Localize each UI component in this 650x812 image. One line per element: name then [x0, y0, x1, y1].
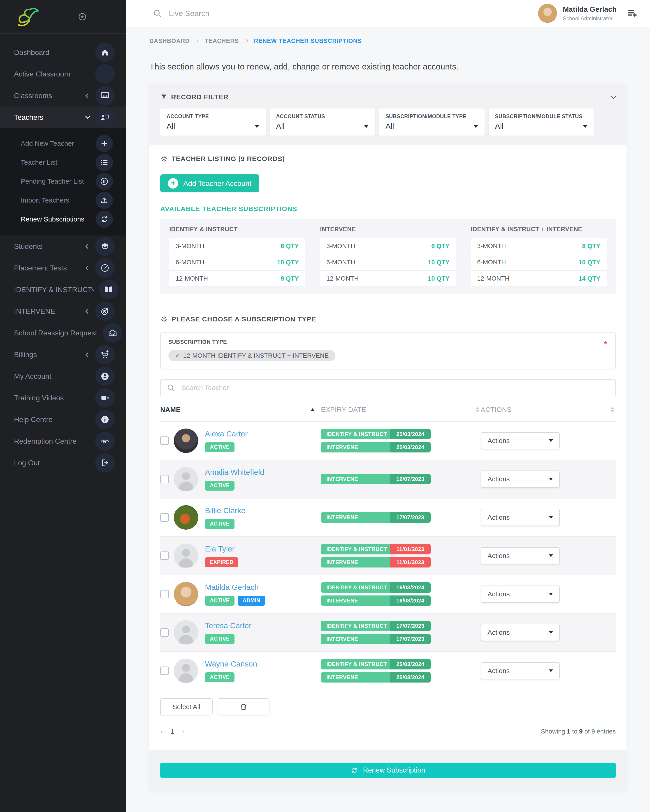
row-checkbox[interactable] — [160, 551, 169, 560]
sidebar-item-import-teachers[interactable]: Import Teachers — [0, 191, 126, 210]
sidebar-item-teachers[interactable]: Teachers — [0, 107, 126, 128]
filter-account-status-select[interactable]: ACCOUNT STATUS All — [270, 108, 375, 136]
column-header-expiry[interactable]: EXPIRY DATE — [321, 406, 366, 414]
sidebar-item-students[interactable]: Students — [0, 235, 126, 257]
row-actions-dropdown[interactable]: Actions — [481, 624, 560, 641]
renew-subscription-button[interactable]: Renew Subscription — [160, 763, 616, 778]
renew-arrows-icon — [96, 211, 113, 228]
graduation-cap-icon — [95, 237, 115, 256]
teacher-search-input[interactable] — [182, 384, 609, 392]
expiry-badge: IDENTIFY & INSTRUCT25/03/2024 — [321, 659, 431, 670]
expiry-badge: IDENTIFY & INSTRUCT25/03/2024 — [321, 429, 431, 440]
user-menu[interactable]: Matilda Gerlach School Administrator — [538, 4, 616, 23]
row-checkbox[interactable] — [160, 475, 169, 483]
teacher-name-link[interactable]: Billie Clarke — [205, 506, 246, 515]
sidebar-item-label: Redemption Centre — [14, 437, 89, 446]
column-header-name[interactable]: NAME — [160, 406, 180, 414]
available-subscriptions-panel: IDENTIFY & INSTRUCT 3-MONTH8 QTY 6-MONTH… — [160, 218, 616, 294]
collapse-chevron-icon[interactable] — [610, 93, 616, 99]
subscription-qty-row: 3-MONTH6 QTY — [320, 238, 456, 255]
breadcrumb-teachers[interactable]: TEACHERS — [205, 37, 239, 44]
prev-page-arrow[interactable]: ‹ — [160, 727, 163, 736]
sidebar-item-active-classroom[interactable]: Active Classroom — [0, 63, 126, 85]
teachers-submenu: Add New Teacher Teacher List Pending Tea… — [0, 128, 126, 235]
sidebar-item-redemption-centre[interactable]: Redemption Centre — [0, 430, 126, 452]
sidebar-item-teacher-list[interactable]: Teacher List — [0, 153, 126, 172]
sidebar-item-label: School Reassign Request — [14, 329, 97, 337]
avatar-placeholder — [174, 467, 198, 491]
sidebar-item-training-videos[interactable]: Training Videos — [0, 387, 126, 409]
sidebar-item-billings[interactable]: Billings — [0, 344, 126, 365]
select-all-button[interactable]: Select All — [160, 698, 213, 716]
page-number[interactable]: 1 — [170, 728, 174, 735]
sort-asc-icon — [310, 408, 315, 411]
add-teacher-account-button[interactable]: + Add Teacher Account — [160, 174, 259, 192]
table-row: Alexa Carter ACTIVE IDENTIFY & INSTRUCT2… — [160, 421, 616, 460]
subscription-qty-row: 12-MONTH14 QTY — [471, 271, 607, 287]
row-actions-dropdown[interactable]: Actions — [481, 470, 560, 488]
sidebar-item-label: Log Out — [14, 459, 89, 467]
delete-selected-button[interactable] — [217, 698, 269, 716]
sidebar-item-log-out[interactable]: Log Out — [0, 452, 126, 474]
filter-subscription-type-select[interactable]: SUBSCRIPTION/MODULE TYPE All — [379, 108, 485, 136]
row-actions-dropdown[interactable]: Actions — [481, 547, 560, 564]
row-actions-dropdown[interactable]: Actions — [481, 509, 560, 526]
live-search-input[interactable] — [169, 9, 538, 18]
expiry-badge: IDENTIFY & INSTRUCT16/03/2024 — [321, 582, 431, 593]
column-header-actions[interactable]: ACTIONS — [481, 406, 512, 414]
search-icon — [153, 9, 162, 18]
breadcrumb-dashboard[interactable]: DASHBOARD — [150, 37, 190, 44]
row-checkbox[interactable] — [160, 513, 169, 522]
expiry-badge: INTERVENE25/03/2024 — [321, 672, 431, 682]
sort-icon[interactable] — [476, 407, 479, 412]
subscription-type-field[interactable]: SUBSCRIPTION TYPE * ×12-MONTH IDENTIFY &… — [160, 333, 616, 369]
teacher-name-link[interactable]: Ela Tyler — [205, 545, 235, 553]
row-actions-dropdown[interactable]: Actions — [481, 432, 560, 449]
sort-icon[interactable] — [611, 407, 614, 412]
row-checkbox[interactable] — [160, 437, 169, 445]
sidebar-item-dashboard[interactable]: Dashboard — [0, 41, 126, 63]
filter-value: All — [385, 122, 394, 131]
sidebar-item-label: Students — [14, 242, 86, 250]
row-checkbox[interactable] — [160, 667, 169, 675]
main-area: Matilda Gerlach School Administrator DAS… — [126, 0, 650, 812]
caret-down-icon — [549, 516, 553, 519]
sidebar-item-intervene[interactable]: INTERVENE — [0, 301, 126, 322]
remove-chip-icon[interactable]: × — [175, 352, 179, 360]
teacher-name-link[interactable]: Teresa Carter — [205, 621, 251, 630]
expiry-badge: IDENTIFY & INSTRUCT11/01/2023 — [321, 544, 431, 554]
teacher-name-link[interactable]: Matilda Gerlach — [205, 583, 258, 592]
sidebar-item-identify-instruct[interactable]: IDENTIFY & INSTRUCT — [0, 279, 126, 301]
sidebar-item-my-account[interactable]: My Account — [0, 365, 126, 387]
caret-down-icon — [583, 125, 588, 128]
row-checkbox[interactable] — [160, 628, 169, 637]
expiry-badge: INTERVENE11/01/2023 — [321, 557, 431, 568]
sidebar-item-pending-teacher-list[interactable]: Pending Teacher List — [0, 172, 126, 191]
teacher-name-link[interactable]: Wayne Carlson — [205, 659, 257, 669]
table-row: Billie Clarke ACTIVE INTERVENE17/07/2023… — [160, 498, 616, 536]
gauge-icon — [95, 258, 115, 278]
home-icon — [95, 43, 115, 62]
filter-value: All — [495, 122, 503, 131]
row-actions-dropdown[interactable]: Actions — [481, 586, 560, 603]
sidebar-item-add-new-teacher[interactable]: Add New Teacher — [0, 134, 126, 153]
playlist-add-icon[interactable] — [627, 8, 637, 18]
sidebar-item-school-reassign-request[interactable]: School Reassign Request — [0, 322, 126, 344]
row-actions-dropdown[interactable]: Actions — [481, 662, 560, 679]
sidebar-item-renew-subscriptions[interactable]: Renew Subscriptions — [0, 210, 126, 229]
choose-subscription-section: PLEASE CHOOSE A SUBSCRIPTION TYPE SUBSCR… — [150, 294, 627, 396]
avatar — [174, 429, 198, 453]
filter-subscription-status-select[interactable]: SUBSCRIPTION/MODULE STATUS All — [489, 108, 594, 136]
teacher-name-link[interactable]: Alexa Carter — [205, 429, 248, 438]
sidebar-item-help-centre[interactable]: Help Centre — [0, 409, 126, 430]
filter-account-type-select[interactable]: ACCOUNT TYPE All — [160, 108, 266, 136]
sidebar-collapse-toggle-icon[interactable] — [77, 12, 87, 22]
sidebar-item-placement-tests[interactable]: Placement Tests — [0, 257, 126, 279]
caret-down-icon — [549, 440, 553, 442]
row-checkbox[interactable] — [160, 590, 169, 598]
page-footer: Copyright © 2023 Bright Islands Educatio… — [150, 810, 627, 812]
sidebar-item-classrooms[interactable]: Classrooms — [0, 85, 126, 107]
pause-circle-icon — [96, 173, 113, 190]
teacher-name-link[interactable]: Amalia Whitefield — [205, 468, 264, 476]
next-page-arrow[interactable]: › — [182, 727, 184, 736]
